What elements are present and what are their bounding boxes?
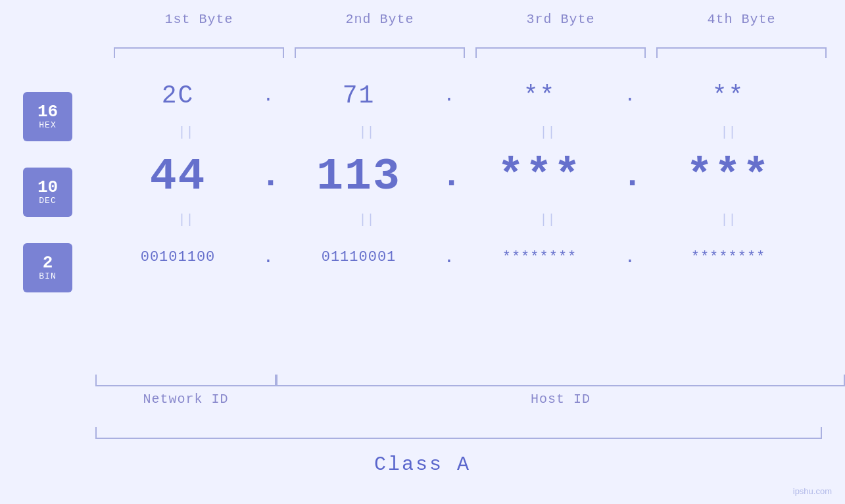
host-id-label: Host ID [276,392,845,407]
hex-val-2: 71 [276,81,441,110]
dec-cell-3: *** . [457,151,638,202]
bin-val-3: ******** [457,249,622,265]
bin-dot-3: . [622,247,638,267]
bracket-2 [289,47,470,58]
hex-badge: 16 HEX [23,92,72,141]
hex-val-1: 2C [95,81,260,110]
byte-headers-row: 1st Byte 2nd Byte 3rd Byte 4th Byte [0,0,845,27]
bin-badge: 2 BIN [23,243,72,292]
hex-cell-2: 71 . [276,81,457,110]
hex-badge-label: HEX [39,120,56,130]
hex-data-row: 2C . 71 . ** . ** [95,66,845,125]
bracket-3 [470,47,651,58]
main-grid: 16 HEX 10 DEC 2 BIN 2C . 71 [0,66,845,306]
hex-cell-4: ** [638,81,819,110]
bin-val-1: 00101100 [95,249,260,265]
eq-1-2: || [276,125,457,140]
byte-header-2: 2nd Byte [289,12,470,27]
divider-2: || || || || [95,212,845,227]
hex-val-3: ** [457,81,622,110]
class-label: Class A [0,453,845,476]
bin-badge-label: BIN [39,271,56,281]
top-bracket-row [0,47,845,58]
dec-val-3: *** [457,151,622,202]
hex-val-4: ** [638,81,819,110]
byte-header-1: 1st Byte [109,12,289,27]
bin-val-2: 01110001 [276,249,441,265]
bottom-section: Network ID Host ID [95,375,845,407]
bracket-line-3 [475,47,646,58]
eq-2-3: || [457,212,638,227]
byte-header-4: 4th Byte [651,12,832,27]
host-bracket [276,375,845,386]
dec-dot-1: . [260,157,276,196]
data-rows: 2C . 71 . ** . ** || || || [95,66,845,306]
dec-val-4: *** [638,151,819,202]
dec-val-1: 44 [95,151,260,202]
dec-cell-1: 44 . [95,151,276,202]
bracket-line-1 [114,47,284,58]
bin-val-4: ******** [638,249,819,265]
eq-2-2: || [276,212,457,227]
bottom-labels: Network ID Host ID [95,392,845,407]
bin-cell-4: ******** [638,249,819,265]
network-id-label: Network ID [95,392,276,407]
hex-cell-1: 2C . [95,81,276,110]
bottom-brackets [95,375,845,388]
eq-1-1: || [95,125,276,140]
bin-cell-2: 01110001 . [276,247,457,267]
bin-dot-1: . [260,247,276,267]
bracket-line-2 [295,47,465,58]
network-bracket [95,375,276,386]
bracket-4 [651,47,832,58]
eq-1-4: || [638,125,819,140]
bin-cell-1: 00101100 . [95,247,276,267]
dec-val-2: 113 [276,151,441,202]
eq-1-3: || [457,125,638,140]
bracket-1 [109,47,289,58]
dec-cell-4: *** [638,151,819,202]
dec-dot-3: . [622,157,638,196]
eq-2-1: || [95,212,276,227]
dec-badge-label: DEC [39,196,56,206]
dec-cell-2: 113 . [276,151,457,202]
page-container: 1st Byte 2nd Byte 3rd Byte 4th Byte 16 H… [0,0,845,504]
hex-dot-1: . [260,85,276,106]
divider-1: || || || || [95,125,845,140]
hex-cell-3: ** . [457,81,638,110]
bin-cell-3: ******** . [457,247,638,267]
eq-2-4: || [638,212,819,227]
watermark: ipshu.com [793,486,832,496]
bin-dot-2: . [441,247,457,267]
hex-dot-3: . [622,85,638,106]
bin-data-row: 00101100 . 01110001 . ******** . *******… [95,227,845,286]
bin-badge-num: 2 [43,254,53,271]
dec-badge-num: 10 [37,179,58,196]
full-bottom-bracket [95,427,822,439]
labels-column: 16 HEX 10 DEC 2 BIN [0,66,95,306]
dec-data-row: 44 . 113 . *** . *** [95,140,845,212]
hex-badge-num: 16 [37,103,58,120]
byte-header-3: 3rd Byte [470,12,651,27]
bracket-line-4 [656,47,827,58]
hex-dot-2: . [441,85,457,106]
dec-dot-2: . [441,157,457,196]
dec-badge: 10 DEC [23,168,72,217]
